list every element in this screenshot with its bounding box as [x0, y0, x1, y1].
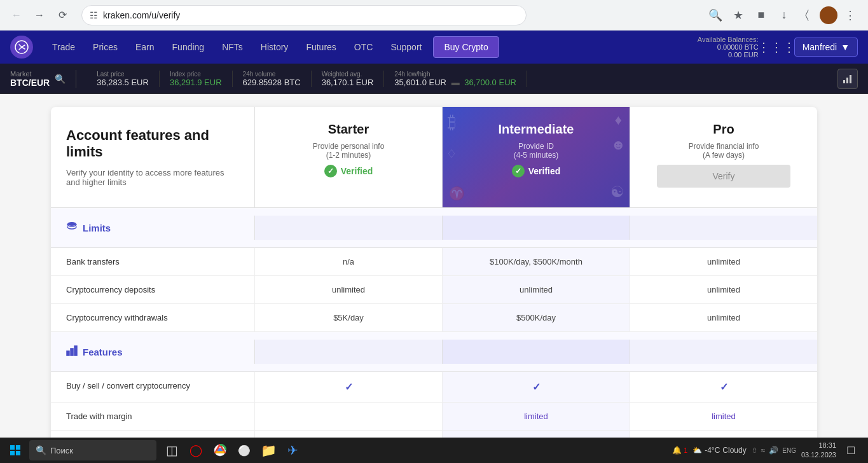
taskbar-app5[interactable]: ✈ [281, 439, 304, 462]
page-title: Account features and limits [66, 127, 239, 160]
kraken-logo-icon [10, 36, 33, 59]
nav-earn[interactable]: Earn [127, 31, 163, 64]
weighted-label: Weighted avg. [322, 71, 374, 78]
forward-button[interactable]: → [31, 6, 48, 24]
sidebar-icon[interactable]: 〈 [797, 5, 817, 25]
bank-transfers-row: Bank transfers n/a $100K/day, $500K/mont… [51, 248, 817, 276]
eur-balance: 0.00 EUR [698, 51, 759, 59]
more-options-icon[interactable]: ⋮ [840, 5, 860, 25]
weighted-value: 36,170.1 EUR [322, 78, 374, 87]
taskbar-clock[interactable]: 18:31 03.12.2023 [801, 441, 836, 460]
last-price-item: Last price 36,283.5 EUR [86, 71, 160, 87]
crypto-deposits-label: Cryptocurrency deposits [51, 276, 254, 303]
features-pro-spacer [630, 340, 817, 364]
search-placeholder: Поиск [50, 446, 73, 455]
pro-tier-desc: Provide financial info (A few days) [689, 142, 759, 160]
main-content: Account features and limits Verify your … [0, 94, 868, 463]
taskbar-app3[interactable]: ⚪ [233, 439, 256, 462]
margin-pro: limited [630, 403, 817, 430]
user-menu-button[interactable]: Manfredi ▼ [794, 38, 858, 57]
features-intermediate-spacer [442, 340, 630, 364]
start-button[interactable] [3, 439, 28, 462]
taskbar-weather: ⛅ -4°C Cloudy [692, 446, 747, 455]
taskbar-apps: ◫ ◯ ⚪ 📁 ✈ [160, 439, 304, 462]
nav-nfts[interactable]: NFTs [213, 31, 252, 64]
taskbar: 🔍 Поиск ◫ ◯ ⚪ 📁 ✈ 🔔 1 ⛅ -4°C Cloudy [0, 438, 868, 463]
lang-label: ENG [782, 447, 796, 454]
intermediate-tier-col: ₿ ♦ ♈ ☯ ♢ ☻ Intermediate Provide ID (4-5… [442, 107, 630, 207]
available-balances: Available Balances: 0.00000 BTC 0.00 EUR [698, 36, 759, 59]
extension-icon[interactable]: ■ [751, 5, 771, 25]
buy-crypto-button[interactable]: Buy Crypto [433, 36, 499, 58]
index-price-item: Index price 36,291.9 EUR [160, 71, 233, 87]
crypto-withdrawals-row: Cryptocurrency withdrawals $5K/day $500K… [51, 304, 817, 332]
svg-point-4 [67, 222, 76, 226]
chart-button[interactable] [837, 69, 858, 89]
bank-transfers-starter: n/a [254, 248, 442, 275]
notification-icon[interactable]: 🔔 [672, 446, 682, 455]
download-icon[interactable]: ↓ [774, 5, 794, 25]
notification-center-button[interactable]: ☐ [841, 439, 860, 462]
intermediate-tier-desc: Provide ID (4-5 minutes) [514, 142, 559, 160]
starter-check-icon: ✓ [324, 165, 337, 177]
kraken-header: Trade Prices Earn Funding NFTs History F… [0, 31, 868, 64]
nav-funding[interactable]: Funding [163, 31, 214, 64]
kraken-logo[interactable] [10, 36, 33, 59]
limits-icon [66, 221, 78, 235]
taskbar-opera[interactable]: ◯ [184, 439, 207, 462]
buy-sell-label: Buy / sell / convert cryptocurrency [51, 372, 254, 402]
starter-tier-name: Starter [328, 122, 369, 137]
back-button[interactable]: ← [8, 6, 25, 24]
volume-icon: 🔊 [769, 446, 778, 455]
balances-label: Available Balances: [698, 36, 759, 43]
index-price-value: 36,291.9 EUR [170, 78, 222, 87]
features-section-left: Features [51, 340, 254, 364]
taskbar-files[interactable]: 📁 [257, 439, 280, 462]
main-nav: Trade Prices Earn Funding NFTs History F… [43, 31, 687, 64]
nav-support[interactable]: Support [382, 31, 431, 64]
notification-badge: 1 [684, 447, 688, 454]
svg-rect-8 [10, 445, 15, 450]
market-search-icon[interactable]: 🔍 [55, 74, 65, 84]
svg-rect-5 [67, 351, 69, 356]
bank-transfers-label: Bank transfers [51, 248, 254, 275]
user-name: Manfredi [803, 42, 837, 52]
system-tray: ⇧ ≈ 🔊 ENG [752, 446, 796, 455]
verify-button[interactable]: Verify [657, 165, 790, 188]
apps-grid-icon[interactable]: ⋮⋮⋮ [766, 37, 787, 57]
taskbar-right: 🔔 1 ⛅ -4°C Cloudy ⇧ ≈ 🔊 ENG 18:31 03.12.… [672, 439, 865, 462]
taskbar-search-box[interactable]: 🔍 Поиск [29, 440, 156, 460]
buy-sell-pro: ✓ [630, 372, 817, 402]
volume-label: 24h volume [243, 71, 301, 78]
user-avatar[interactable] [820, 6, 837, 24]
weather-icon: ⛅ [692, 446, 702, 455]
buy-sell-row: Buy / sell / convert cryptocurrency ✓ ✓ … [51, 372, 817, 403]
buy-sell-starter-check: ✓ [345, 381, 353, 393]
crypto-withdrawals-label: Cryptocurrency withdrawals [51, 304, 254, 331]
svg-rect-6 [71, 349, 73, 356]
margin-label: Trade with margin [51, 403, 254, 430]
browser-actions: 🔍 ★ ■ ↓ 〈 ⋮ [705, 5, 860, 25]
starter-verified-badge: ✓ Verified [324, 165, 373, 177]
btc-balance: 0.00000 BTC [698, 43, 759, 51]
weighted-avg-item: Weighted avg. 36,170.1 EUR [312, 71, 385, 87]
bookmark-icon[interactable]: ★ [728, 5, 748, 25]
reload-button[interactable]: ⟳ [53, 6, 71, 24]
svg-rect-2 [846, 78, 848, 83]
nav-futures[interactable]: Futures [297, 31, 345, 64]
nav-otc[interactable]: OTC [345, 31, 382, 64]
svg-rect-11 [16, 451, 20, 455]
address-bar[interactable]: ☷ kraken.com/u/verify [81, 5, 527, 25]
svg-rect-3 [850, 75, 851, 83]
expand-tray-icon[interactable]: ⇧ [752, 446, 757, 455]
nav-prices[interactable]: Prices [84, 31, 127, 64]
taskbar-chrome[interactable] [209, 439, 231, 462]
nav-history[interactable]: History [252, 31, 298, 64]
nav-trade[interactable]: Trade [43, 31, 84, 64]
last-price-label: Last price [97, 71, 149, 78]
page-subtitle: Verify your identity to access more feat… [66, 168, 239, 187]
taskbar-task-view[interactable]: ◫ [160, 439, 183, 462]
buy-sell-intermediate: ✓ [442, 372, 630, 402]
limits-intermediate-spacer [442, 216, 630, 240]
search-icon[interactable]: 🔍 [705, 5, 726, 25]
